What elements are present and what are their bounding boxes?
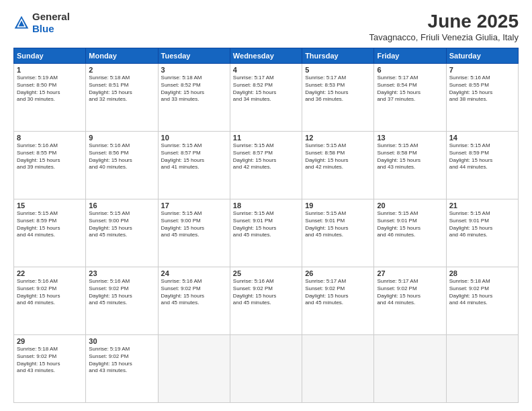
table-cell: 24Sunrise: 5:16 AM Sunset: 9:02 PM Dayli… <box>158 267 230 335</box>
table-cell: 14Sunrise: 5:15 AM Sunset: 8:59 PM Dayli… <box>446 132 518 199</box>
table-cell: 5Sunrise: 5:17 AM Sunset: 8:53 PM Daylig… <box>302 64 374 132</box>
cell-info: Sunrise: 5:19 AM Sunset: 8:50 PM Dayligh… <box>17 75 83 103</box>
cell-info: Sunrise: 5:15 AM Sunset: 9:00 PM Dayligh… <box>89 210 154 239</box>
cell-info: Sunrise: 5:16 AM Sunset: 9:02 PM Dayligh… <box>233 278 299 307</box>
day-number: 14 <box>449 134 515 142</box>
th-monday: Monday <box>86 48 158 64</box>
cell-info: Sunrise: 5:15 AM Sunset: 8:59 PM Dayligh… <box>17 210 83 239</box>
cell-info: Sunrise: 5:18 AM Sunset: 9:02 PM Dayligh… <box>449 278 515 307</box>
table-cell: 20Sunrise: 5:15 AM Sunset: 9:01 PM Dayli… <box>374 199 446 267</box>
cell-info: Sunrise: 5:17 AM Sunset: 8:53 PM Dayligh… <box>305 75 371 103</box>
cell-info: Sunrise: 5:15 AM Sunset: 8:58 PM Dayligh… <box>377 142 443 171</box>
day-number: 25 <box>233 269 299 277</box>
day-number: 20 <box>377 201 443 210</box>
cell-info: Sunrise: 5:17 AM Sunset: 9:02 PM Dayligh… <box>305 278 371 307</box>
cell-info: Sunrise: 5:15 AM Sunset: 9:01 PM Dayligh… <box>305 210 371 239</box>
header-row: Sunday Monday Tuesday Wednesday Thursday… <box>14 48 519 64</box>
table-cell: 11Sunrise: 5:15 AM Sunset: 8:57 PM Dayli… <box>230 132 302 199</box>
day-number: 22 <box>17 269 83 277</box>
table-cell: 8Sunrise: 5:16 AM Sunset: 8:55 PM Daylig… <box>14 132 86 199</box>
cell-info: Sunrise: 5:16 AM Sunset: 8:56 PM Dayligh… <box>89 142 154 171</box>
table-cell <box>230 335 302 403</box>
cell-info: Sunrise: 5:19 AM Sunset: 9:02 PM Dayligh… <box>89 346 154 375</box>
day-number: 30 <box>89 337 154 345</box>
cell-info: Sunrise: 5:17 AM Sunset: 8:54 PM Dayligh… <box>377 75 443 103</box>
day-number: 11 <box>233 134 299 142</box>
week-row: 8Sunrise: 5:16 AM Sunset: 8:55 PM Daylig… <box>14 132 519 199</box>
day-number: 1 <box>17 66 83 74</box>
cell-info: Sunrise: 5:17 AM Sunset: 9:02 PM Dayligh… <box>377 278 443 307</box>
cell-info: Sunrise: 5:15 AM Sunset: 9:00 PM Dayligh… <box>161 210 227 239</box>
day-number: 24 <box>161 269 227 277</box>
day-number: 8 <box>17 134 83 142</box>
header: General Blue June 2025 Tavagnacco, Friul… <box>13 11 519 42</box>
table-cell: 9Sunrise: 5:16 AM Sunset: 8:56 PM Daylig… <box>86 132 158 199</box>
th-saturday: Saturday <box>446 48 518 64</box>
day-number: 17 <box>161 201 227 210</box>
week-row: 22Sunrise: 5:16 AM Sunset: 9:02 PM Dayli… <box>14 267 519 335</box>
table-cell <box>158 335 230 403</box>
table-cell: 2Sunrise: 5:18 AM Sunset: 8:51 PM Daylig… <box>86 64 158 132</box>
logo-icon <box>13 15 30 31</box>
location-title: Tavagnacco, Friuli Venezia Giulia, Italy <box>369 32 519 42</box>
day-number: 19 <box>305 201 371 210</box>
table-cell: 23Sunrise: 5:16 AM Sunset: 9:02 PM Dayli… <box>86 267 158 335</box>
table-cell <box>374 335 446 403</box>
day-number: 21 <box>449 201 515 210</box>
th-wednesday: Wednesday <box>230 48 302 64</box>
page: General Blue June 2025 Tavagnacco, Friul… <box>0 0 532 411</box>
th-sunday: Sunday <box>14 48 86 64</box>
th-friday: Friday <box>374 48 446 64</box>
day-number: 29 <box>17 337 83 345</box>
calendar-table: Sunday Monday Tuesday Wednesday Thursday… <box>13 48 519 403</box>
table-cell: 12Sunrise: 5:15 AM Sunset: 8:58 PM Dayli… <box>302 132 374 199</box>
table-cell: 19Sunrise: 5:15 AM Sunset: 9:01 PM Dayli… <box>302 199 374 267</box>
cell-info: Sunrise: 5:15 AM Sunset: 8:58 PM Dayligh… <box>305 142 371 171</box>
table-cell: 3Sunrise: 5:18 AM Sunset: 8:52 PM Daylig… <box>158 64 230 132</box>
cell-info: Sunrise: 5:15 AM Sunset: 9:01 PM Dayligh… <box>233 210 299 239</box>
cell-info: Sunrise: 5:17 AM Sunset: 8:52 PM Dayligh… <box>233 75 299 103</box>
cell-info: Sunrise: 5:16 AM Sunset: 8:55 PM Dayligh… <box>17 142 83 171</box>
table-cell: 7Sunrise: 5:16 AM Sunset: 8:55 PM Daylig… <box>446 64 518 132</box>
day-number: 16 <box>89 201 154 210</box>
cell-info: Sunrise: 5:15 AM Sunset: 9:01 PM Dayligh… <box>449 210 515 239</box>
day-number: 10 <box>161 134 227 142</box>
day-number: 18 <box>233 201 299 210</box>
day-number: 4 <box>233 66 299 74</box>
table-cell: 29Sunrise: 5:18 AM Sunset: 9:02 PM Dayli… <box>14 335 86 403</box>
day-number: 6 <box>377 66 443 74</box>
cell-info: Sunrise: 5:16 AM Sunset: 9:02 PM Dayligh… <box>161 278 227 307</box>
cell-info: Sunrise: 5:18 AM Sunset: 8:51 PM Dayligh… <box>89 75 154 103</box>
cell-info: Sunrise: 5:15 AM Sunset: 8:57 PM Dayligh… <box>161 142 227 171</box>
title-block: June 2025 Tavagnacco, Friuli Venezia Giu… <box>369 11 519 42</box>
cell-info: Sunrise: 5:16 AM Sunset: 9:02 PM Dayligh… <box>89 278 154 307</box>
day-number: 15 <box>17 201 83 210</box>
table-cell: 17Sunrise: 5:15 AM Sunset: 9:00 PM Dayli… <box>158 199 230 267</box>
week-row: 15Sunrise: 5:15 AM Sunset: 8:59 PM Dayli… <box>14 199 519 267</box>
month-title: June 2025 <box>369 11 519 32</box>
th-thursday: Thursday <box>302 48 374 64</box>
cell-info: Sunrise: 5:18 AM Sunset: 9:02 PM Dayligh… <box>17 346 83 375</box>
table-cell: 18Sunrise: 5:15 AM Sunset: 9:01 PM Dayli… <box>230 199 302 267</box>
table-cell: 21Sunrise: 5:15 AM Sunset: 9:01 PM Dayli… <box>446 199 518 267</box>
cell-info: Sunrise: 5:15 AM Sunset: 9:01 PM Dayligh… <box>377 210 443 239</box>
table-cell: 25Sunrise: 5:16 AM Sunset: 9:02 PM Dayli… <box>230 267 302 335</box>
table-cell: 30Sunrise: 5:19 AM Sunset: 9:02 PM Dayli… <box>86 335 158 403</box>
cell-info: Sunrise: 5:16 AM Sunset: 8:55 PM Dayligh… <box>449 75 515 103</box>
table-cell: 15Sunrise: 5:15 AM Sunset: 8:59 PM Dayli… <box>14 199 86 267</box>
table-cell: 1Sunrise: 5:19 AM Sunset: 8:50 PM Daylig… <box>14 64 86 132</box>
day-number: 3 <box>161 66 227 74</box>
th-tuesday: Tuesday <box>158 48 230 64</box>
table-cell: 13Sunrise: 5:15 AM Sunset: 8:58 PM Dayli… <box>374 132 446 199</box>
day-number: 5 <box>305 66 371 74</box>
table-cell <box>302 335 374 403</box>
day-number: 7 <box>449 66 515 74</box>
day-number: 26 <box>305 269 371 277</box>
cell-info: Sunrise: 5:16 AM Sunset: 9:02 PM Dayligh… <box>17 278 83 307</box>
cell-info: Sunrise: 5:15 AM Sunset: 8:57 PM Dayligh… <box>233 142 299 171</box>
week-row: 29Sunrise: 5:18 AM Sunset: 9:02 PM Dayli… <box>14 335 519 403</box>
logo-text: General Blue <box>32 11 70 35</box>
table-cell: 16Sunrise: 5:15 AM Sunset: 9:00 PM Dayli… <box>86 199 158 267</box>
table-cell <box>446 335 518 403</box>
week-row: 1Sunrise: 5:19 AM Sunset: 8:50 PM Daylig… <box>14 64 519 132</box>
